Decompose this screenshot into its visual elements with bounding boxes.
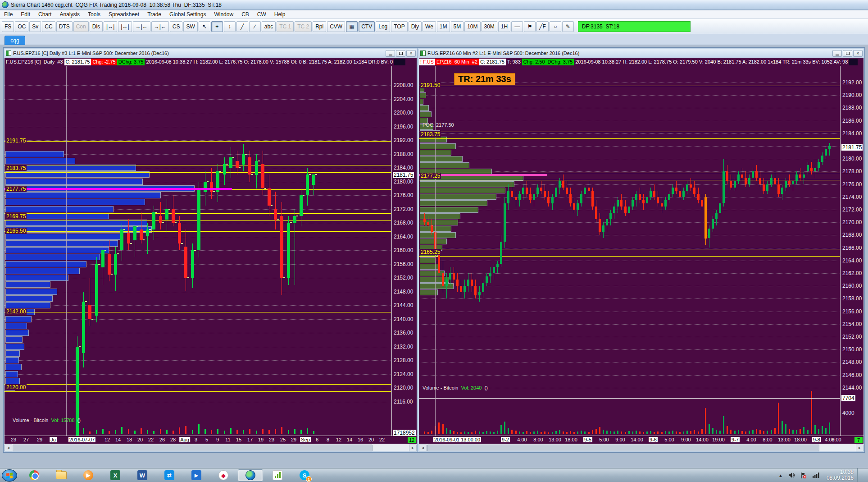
taskbar-app-media-player[interactable]: ▶: [76, 469, 101, 482]
menu-tools[interactable]: Tools: [84, 11, 105, 18]
menu-help[interactable]: Help: [270, 11, 290, 18]
support-resistance-line: [419, 249, 840, 249]
ctv-button[interactable]: CTV: [359, 21, 375, 32]
volume-bar: [185, 426, 186, 434]
5min-button[interactable]: 5M: [451, 21, 464, 32]
speaker-icon[interactable]: [788, 472, 795, 478]
start-button[interactable]: [2, 469, 17, 482]
restore-button[interactable]: [396, 50, 405, 57]
taskbar-app-sierra-chart[interactable]: [238, 469, 263, 482]
volume-profile-bar: [5, 247, 109, 253]
tpo-button[interactable]: ▦: [346, 21, 358, 32]
horizontal-scrollbar[interactable]: ◄►: [419, 444, 863, 451]
sv-button[interactable]: Sv: [29, 21, 41, 32]
minimize-button[interactable]: [832, 50, 842, 57]
price-scale[interactable]: 2208.002204.002200.002196.002192.002188.…: [391, 66, 417, 436]
10min-button[interactable]: 10M: [464, 21, 480, 32]
oc-button[interactable]: OC: [15, 21, 28, 32]
trendline-tool-button[interactable]: ╱: [236, 21, 248, 32]
menu-cw[interactable]: CW: [253, 11, 270, 18]
scroll-left-arrow[interactable]: ◄: [5, 445, 12, 451]
volume-bar: [606, 431, 608, 434]
cvw-button[interactable]: CVW: [327, 21, 345, 32]
price-scale[interactable]: 2192.002190.002188.002186.002184.002182.…: [840, 66, 863, 436]
ellipse-tool-button[interactable]: ○: [550, 21, 561, 32]
note-tool-button[interactable]: ✎: [562, 21, 574, 32]
network-signal-icon[interactable]: [812, 472, 819, 478]
menu-window[interactable]: Window: [210, 11, 237, 18]
candle-body: [522, 188, 524, 194]
1hour-button[interactable]: 1H: [498, 21, 510, 32]
chart-plot-area[interactable]: 2191.502183.752177.252165.25TR: 21m 33sP…: [419, 66, 840, 436]
taskbar-app-word[interactable]: W: [130, 469, 155, 482]
taskbar-app-excel[interactable]: X: [103, 469, 128, 482]
time-axis[interactable]: 232729Ju2016-07-0712141820222628Aug35911…: [5, 436, 417, 444]
menu-analysis[interactable]: Analysis: [55, 11, 84, 18]
study-f-button[interactable]: ╱F: [536, 21, 549, 32]
volume-profile-bar: [420, 92, 426, 98]
crosshair-tool-button[interactable]: +: [211, 21, 223, 32]
adjust-tool-button[interactable]: ↕: [224, 21, 236, 32]
tab-cqg[interactable]: cqg: [5, 36, 25, 45]
action-center-flag-icon[interactable]: [800, 472, 807, 479]
taskbar-app-signal-app[interactable]: [265, 469, 290, 482]
dis-button[interactable]: Dis: [90, 21, 103, 32]
volume-bar: [657, 432, 659, 434]
sw-button[interactable]: SW: [183, 21, 197, 32]
rpl-button[interactable]: Rpl: [313, 21, 326, 32]
minimize-button[interactable]: [386, 50, 395, 57]
log-button[interactable]: Log: [376, 21, 390, 32]
menu-spreadsheet[interactable]: Spreadsheet: [105, 11, 143, 18]
compress-button[interactable]: →|←: [133, 21, 150, 32]
fs-button[interactable]: FS: [2, 21, 14, 32]
hline-tool-button[interactable]: —: [511, 21, 523, 32]
taskbar-app-teamviewer[interactable]: ⇄: [157, 469, 182, 482]
scroll-right-arrow[interactable]: ►: [856, 445, 863, 451]
text-tool-button[interactable]: abc: [262, 21, 276, 32]
menu-cb[interactable]: CB: [237, 11, 253, 18]
scroll-left-arrow[interactable]: ◄: [419, 445, 427, 451]
study-flag-button[interactable]: ⚑: [524, 21, 536, 32]
menu-global-settings[interactable]: Global Settings: [165, 11, 210, 18]
daily-button[interactable]: Dly: [409, 21, 422, 32]
tray-expand-icon[interactable]: ▲: [778, 473, 783, 478]
fit-width-button[interactable]: |↔|: [104, 21, 117, 32]
chart-plot-area[interactable]: 2191.752183.752177.752169.752165.502142.…: [5, 66, 391, 436]
taskbar-clock[interactable]: 10:38 08.09.2016: [827, 469, 854, 481]
close-button[interactable]: ×: [406, 50, 416, 57]
ray-tool-button[interactable]: ∕: [249, 21, 261, 32]
databar-field: DChg: 3.75: [546, 59, 574, 65]
taskbar-app-chrome[interactable]: [22, 469, 47, 482]
cs-button[interactable]: CS: [170, 21, 183, 32]
price-tick-label: 2140.00: [394, 316, 413, 322]
pointer-tool-button[interactable]: ↖: [199, 21, 210, 32]
candle-body: [555, 188, 557, 197]
weekly-button[interactable]: We: [423, 21, 436, 32]
restore-button[interactable]: [843, 50, 852, 57]
menu-chart[interactable]: Chart: [34, 11, 55, 18]
show-desktop-button[interactable]: [857, 468, 862, 482]
candle-body: [609, 213, 612, 219]
support-resistance-line: [5, 172, 391, 173]
menu-file[interactable]: File: [0, 11, 17, 18]
scrollbar-thumb[interactable]: [427, 445, 819, 451]
time-axis[interactable]: 2016-09-01 13:00:009-24:008:0013:0018:00…: [419, 436, 863, 444]
cc-button[interactable]: CC: [42, 21, 55, 32]
dts-button[interactable]: DTS: [56, 21, 73, 32]
menu-trade[interactable]: Trade: [143, 11, 165, 18]
taskbar-app-skype[interactable]: S1: [292, 469, 317, 482]
scroll-right-arrow[interactable]: ►: [409, 445, 417, 451]
close-button[interactable]: ×: [853, 50, 863, 57]
horizontal-scrollbar[interactable]: ◄►: [5, 444, 417, 451]
expand-button[interactable]: →|←: [151, 21, 169, 32]
fit-bars-button[interactable]: |↔|: [118, 21, 132, 32]
taskbar-app-app-diamond[interactable]: ◆: [211, 469, 236, 482]
taskbar-app-app-blue[interactable]: ▶: [184, 469, 209, 482]
top-button[interactable]: TOP: [391, 21, 407, 32]
scrollbar-thumb[interactable]: [13, 445, 373, 451]
taskbar-app-file-explorer[interactable]: [49, 469, 74, 482]
volume-bar: [141, 428, 142, 434]
1min-button[interactable]: 1M: [437, 21, 450, 32]
30min-button[interactable]: 30M: [482, 21, 497, 32]
menu-edit[interactable]: Edit: [17, 11, 34, 18]
